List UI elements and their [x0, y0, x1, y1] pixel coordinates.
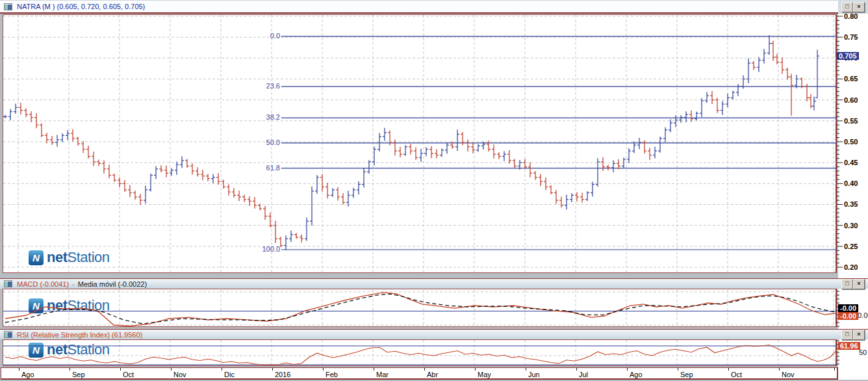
time-axis-tick [678, 368, 678, 371]
time-axis-label: Nov [782, 371, 795, 378]
time-axis: AgoSepOctNovDic2016FebMarAbrMayJunJulAgo… [1, 367, 838, 380]
rsi-label: RSI (Relative Strength Index) (61.9560) [17, 331, 142, 339]
time-axis-tick [728, 368, 729, 371]
time-axis-tick [272, 368, 273, 371]
time-axis-label: Jun [528, 371, 540, 378]
price-tick-label: 0.60 [844, 96, 866, 104]
price-tick-label: 0.20 [844, 263, 866, 271]
rsi-maximize-button[interactable]: □ [841, 330, 853, 340]
time-axis-label: Ago [630, 371, 643, 378]
maximize-button[interactable]: □ [841, 2, 853, 12]
price-window-titlebar[interactable]: NATRA (M ) (0.605, 0.720, 0.605, 0.705) [0, 0, 868, 14]
time-axis-tick [222, 368, 222, 371]
time-axis-tick [19, 368, 19, 371]
last-price-tag: 0.705 [837, 52, 859, 60]
symbol-ohlc-title: NATRA (M ) (0.605, 0.720, 0.605, 0.705) [17, 3, 145, 10]
price-tick-label: 0.75 [844, 33, 866, 41]
time-axis-tick [779, 368, 780, 371]
macd-label: MACD (-0.0041) [17, 280, 69, 288]
time-axis-label: May [478, 371, 491, 378]
chart-window-icon [4, 331, 12, 338]
rsi-chart-area[interactable] [3, 339, 837, 366]
time-axis-label: Ago [21, 371, 34, 378]
time-axis-tick [171, 368, 172, 371]
rsi-window-titlebar[interactable]: RSI (Relative Strength Index) (61.9560) [0, 329, 868, 339]
time-axis-tick [834, 368, 835, 371]
time-axis-label: Mar [376, 371, 389, 378]
macd-signal-label: Media móvil (-0.0022) [78, 280, 147, 288]
price-tick-label: 0.65 [844, 75, 866, 83]
time-axis-label: Oct [731, 371, 742, 378]
chart-window-icon [4, 3, 12, 10]
time-axis-tick [526, 368, 526, 371]
macd-chart-area[interactable] [3, 289, 837, 327]
time-axis-tick [323, 368, 324, 371]
macd-signal-value-tag: -0.00 [838, 304, 858, 312]
time-axis-tick [475, 368, 476, 371]
price-tick-label: 0.50 [844, 138, 866, 146]
time-axis-label: Dic [224, 371, 235, 378]
macd-axis-label: 0.00 [858, 311, 868, 319]
rsi-axis-label: 50 [859, 348, 867, 356]
price-chart-area[interactable] [3, 14, 837, 273]
time-axis-tick [627, 368, 628, 371]
time-axis-label: Oct [123, 371, 134, 378]
price-tick-label: 0.35 [844, 200, 866, 208]
price-tick-label: 0.25 [844, 243, 866, 250]
time-axis-tick [576, 368, 577, 371]
time-axis-tick [424, 368, 425, 371]
time-axis-label: Sep [680, 371, 693, 378]
time-axis-label: Jul [579, 371, 588, 378]
macd-separator: - [72, 280, 75, 288]
close-button[interactable]: × [853, 2, 865, 12]
price-tick-label: 0.55 [844, 117, 866, 125]
chart-window-icon [4, 280, 12, 287]
macd-value-tag: -0.00 [838, 312, 858, 320]
time-axis-label: Sep [72, 371, 85, 378]
time-axis-label: 2016 [275, 371, 290, 378]
rsi-value-tag: 61.96 [838, 342, 860, 350]
price-tick-label: 0.30 [844, 222, 866, 230]
time-axis-label: Dic [837, 371, 838, 378]
time-axis-tick [120, 368, 121, 371]
time-axis-tick [70, 368, 70, 371]
price-tick-label: 0.45 [844, 159, 866, 166]
time-axis-label: Feb [326, 371, 338, 378]
time-axis-label: Nov [173, 371, 186, 378]
macd-maximize-button[interactable]: □ [841, 279, 853, 289]
macd-window-titlebar[interactable]: MACD (-0.0041) - Media móvil (-0.0022) [0, 278, 868, 289]
time-axis-label: Abr [427, 371, 438, 378]
price-tick-label: 0.40 [844, 179, 866, 187]
time-axis-tick [374, 368, 374, 371]
netstation-window: N netStation N netStation N netStation N… [0, 0, 868, 381]
rsi-close-button[interactable]: × [853, 330, 865, 340]
macd-close-button[interactable]: × [853, 279, 865, 289]
